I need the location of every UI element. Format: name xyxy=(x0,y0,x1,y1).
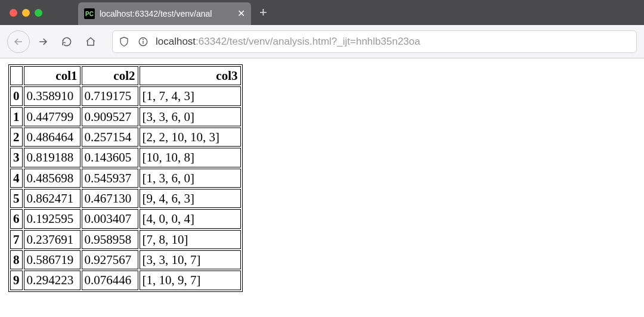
cell-col1: 0.485698 xyxy=(24,169,80,188)
cell-col2: 0.143605 xyxy=(82,148,138,167)
table-row: 00.3589100.719175[1, 7, 4, 3] xyxy=(10,86,241,105)
row-index: 1 xyxy=(10,107,23,126)
url-text: localhost:63342/test/venv/analysis.html?… xyxy=(156,36,631,48)
info-icon[interactable] xyxy=(137,35,150,48)
svg-point-2 xyxy=(143,39,144,39)
cell-col2: 0.545937 xyxy=(82,169,138,188)
row-index: 9 xyxy=(10,271,23,290)
shield-icon[interactable] xyxy=(117,35,131,48)
home-button[interactable] xyxy=(80,31,101,52)
table-header-row: col1 col2 col3 xyxy=(10,66,241,85)
cell-col2: 0.958958 xyxy=(82,230,138,249)
row-index: 0 xyxy=(10,86,23,105)
cell-col2: 0.076446 xyxy=(82,271,138,290)
cell-col3: [1, 3, 6, 0] xyxy=(140,169,241,188)
table-row: 60.1925950.003407[4, 0, 0, 4] xyxy=(10,209,241,228)
tab-strip: PC localhost:63342/test/venv/anal ✕ + xyxy=(0,0,644,25)
url-bar[interactable]: localhost:63342/test/venv/analysis.html?… xyxy=(112,30,637,53)
reload-button[interactable] xyxy=(56,31,78,52)
close-tab-button[interactable]: ✕ xyxy=(237,9,245,18)
forward-button[interactable] xyxy=(32,31,54,52)
tab-title: localhost:63342/test/venv/anal xyxy=(100,9,233,18)
url-path: :63342/test/venv/analysis.html?_ijt=hnhl… xyxy=(196,36,420,47)
reload-icon xyxy=(61,36,72,47)
cell-col2: 0.003407 xyxy=(82,209,138,228)
table-row: 20.4864640.257154[2, 2, 10, 10, 3] xyxy=(10,128,241,147)
dataframe-table: col1 col2 col3 00.3589100.719175[1, 7, 4… xyxy=(8,64,243,292)
cell-col1: 0.586719 xyxy=(24,250,80,269)
cell-col1: 0.819188 xyxy=(24,148,80,167)
shield-icon-svg xyxy=(119,36,129,47)
close-window-button[interactable] xyxy=(10,9,17,17)
maximize-window-button[interactable] xyxy=(35,9,42,17)
arrow-left-icon xyxy=(13,36,24,48)
table-row: 70.2376910.958958[7, 8, 10] xyxy=(10,230,241,249)
arrow-right-icon xyxy=(37,36,49,48)
cell-col2: 0.927567 xyxy=(82,250,138,269)
cell-col3: [3, 3, 6, 0] xyxy=(140,107,241,126)
toolbar: localhost:63342/test/venv/analysis.html?… xyxy=(0,25,644,58)
info-icon-svg xyxy=(138,36,148,47)
home-icon xyxy=(85,36,96,47)
row-index: 8 xyxy=(10,250,23,269)
cell-col1: 0.862471 xyxy=(24,189,80,208)
col-header-col2: col2 xyxy=(82,66,138,85)
cell-col3: [2, 2, 10, 10, 3] xyxy=(140,128,241,147)
cell-col3: [3, 3, 10, 7] xyxy=(140,250,241,269)
table-row: 40.4856980.545937[1, 3, 6, 0] xyxy=(10,169,241,188)
cell-col1: 0.447799 xyxy=(24,107,80,126)
col-header-col1: col1 xyxy=(24,66,80,85)
cell-col1: 0.486464 xyxy=(24,128,80,147)
cell-col3: [7, 8, 10] xyxy=(140,230,241,249)
pycharm-favicon-icon: PC xyxy=(84,8,95,19)
cell-col2: 0.909527 xyxy=(82,107,138,126)
table-row: 30.8191880.143605[10, 10, 8] xyxy=(10,148,241,167)
browser-tab[interactable]: PC localhost:63342/test/venv/anal ✕ xyxy=(78,2,251,25)
cell-col3: [10, 10, 8] xyxy=(140,148,241,167)
row-index: 4 xyxy=(10,169,23,188)
minimize-window-button[interactable] xyxy=(22,9,30,17)
back-button[interactable] xyxy=(7,30,30,53)
cell-col2: 0.719175 xyxy=(82,86,138,105)
table-corner-blank xyxy=(10,66,23,85)
cell-col2: 0.257154 xyxy=(82,128,138,147)
row-index: 5 xyxy=(10,189,23,208)
cell-col1: 0.358910 xyxy=(24,86,80,105)
cell-col2: 0.467130 xyxy=(82,189,138,208)
row-index: 6 xyxy=(10,209,23,228)
cell-col3: [1, 7, 4, 3] xyxy=(140,86,241,105)
cell-col1: 0.192595 xyxy=(24,209,80,228)
cell-col1: 0.294223 xyxy=(24,271,80,290)
row-index: 7 xyxy=(10,230,23,249)
window-controls xyxy=(10,9,42,17)
cell-col3: [4, 0, 0, 4] xyxy=(140,209,241,228)
row-index: 2 xyxy=(10,128,23,147)
new-tab-button[interactable]: + xyxy=(259,5,267,20)
cell-col3: [1, 10, 9, 7] xyxy=(140,271,241,290)
cell-col1: 0.237691 xyxy=(24,230,80,249)
table-row: 80.5867190.927567[3, 3, 10, 7] xyxy=(10,250,241,269)
table-row: 10.4477990.909527[3, 3, 6, 0] xyxy=(10,107,241,126)
cell-col3: [9, 4, 6, 3] xyxy=(140,189,241,208)
col-header-col3: col3 xyxy=(140,66,241,85)
url-host: localhost xyxy=(156,36,196,47)
table-row: 50.8624710.467130[9, 4, 6, 3] xyxy=(10,189,241,208)
table-row: 90.2942230.076446[1, 10, 9, 7] xyxy=(10,271,241,290)
row-index: 3 xyxy=(10,148,23,167)
page-content: col1 col2 col3 00.3589100.719175[1, 7, 4… xyxy=(0,58,644,298)
